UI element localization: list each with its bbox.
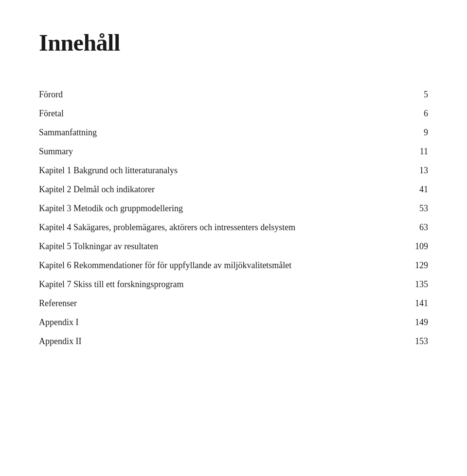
toc-label: Kapitel 1 Bakgrund och litteraturanalys [39,161,370,180]
toc-page-number: 129 [370,256,428,275]
toc-row: Kapitel 3 Metodik och gruppmodellering53 [39,199,428,218]
toc-page-number: 109 [370,237,428,256]
toc-label: Förord [39,85,370,104]
toc-row: Kapitel 7 Skiss till ett forskningsprogr… [39,275,428,294]
toc-table: Förord5Företal6Sammanfattning9Summary11K… [39,85,428,351]
page-container: Innehåll Förord5Företal6Sammanfattning9S… [0,0,467,476]
toc-label: Kapitel 7 Skiss till ett forskningsprogr… [39,275,370,294]
toc-page-number: 9 [370,123,428,142]
toc-page-number: 135 [370,275,428,294]
toc-row: Kapitel 4 Sakägares, problemägares, aktö… [39,218,428,237]
toc-page-number: 6 [370,104,428,123]
toc-row: Kapitel 5 Tolkningar av resultaten109 [39,237,428,256]
toc-label: Summary [39,142,370,161]
toc-label: Sammanfattning [39,123,370,142]
toc-row: Referenser141 [39,294,428,313]
toc-label: Kapitel 3 Metodik och gruppmodellering [39,199,370,218]
toc-row: Appendix I149 [39,313,428,332]
toc-page-number: 63 [370,218,428,237]
toc-page-number: 149 [370,313,428,332]
toc-row: Kapitel 2 Delmål och indikatorer41 [39,180,428,199]
toc-row: Summary11 [39,142,428,161]
toc-page-number: 5 [370,85,428,104]
toc-label: Appendix II [39,332,370,351]
toc-label: Kapitel 2 Delmål och indikatorer [39,180,370,199]
toc-label: Kapitel 4 Sakägares, problemägares, aktö… [39,218,370,237]
toc-row: Appendix II153 [39,332,428,351]
toc-label: Kapitel 5 Tolkningar av resultaten [39,237,370,256]
toc-page-number: 53 [370,199,428,218]
toc-page-number: 41 [370,180,428,199]
toc-page-number: 141 [370,294,428,313]
toc-row: Kapitel 6 Rekommendationer för för uppfy… [39,256,428,275]
toc-page-number: 153 [370,332,428,351]
toc-row: Sammanfattning9 [39,123,428,142]
toc-label: Referenser [39,294,370,313]
toc-row: Förord5 [39,85,428,104]
toc-row: Företal6 [39,104,428,123]
toc-label: Kapitel 6 Rekommendationer för för uppfy… [39,256,370,275]
toc-page-number: 11 [370,142,428,161]
toc-label: Appendix I [39,313,370,332]
toc-page-number: 13 [370,161,428,180]
toc-row: Kapitel 1 Bakgrund och litteraturanalys1… [39,161,428,180]
toc-label: Företal [39,104,370,123]
page-title: Innehåll [39,29,428,56]
